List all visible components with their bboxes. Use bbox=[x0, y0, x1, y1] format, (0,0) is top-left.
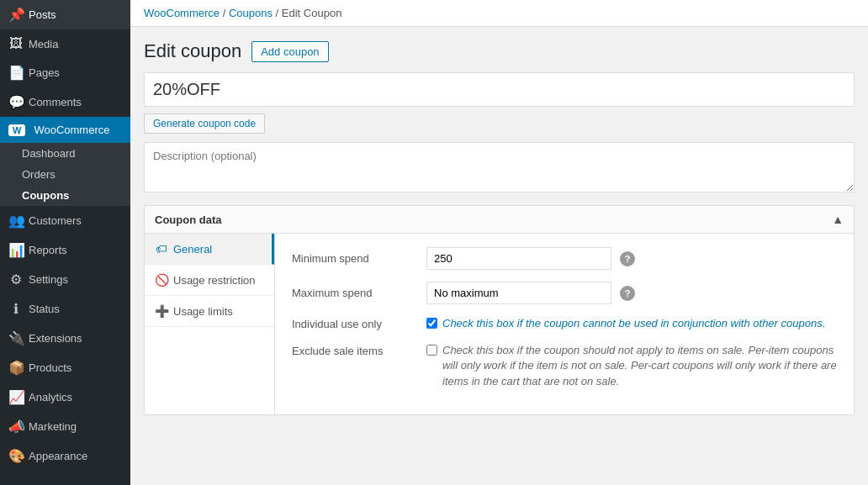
exclude-sale-description: Check this box if the coupon should not … bbox=[442, 343, 837, 389]
maximum-spend-label: Maximum spend bbox=[292, 282, 418, 299]
exclude-sale-row: Exclude sale items Check this box if the… bbox=[292, 343, 837, 389]
media-icon: 🖼 bbox=[8, 36, 24, 51]
panel-title: Coupon data bbox=[155, 214, 221, 226]
sidebar: 📌 Posts 🖼 Media 📄 Pages 💬 Comments W Woo… bbox=[0, 0, 130, 485]
minimum-spend-input-wrapper bbox=[426, 247, 611, 270]
sidebar-item-coupons[interactable]: Coupons bbox=[0, 185, 130, 206]
exclude-sale-checkbox[interactable] bbox=[426, 345, 437, 356]
page-title: Edit coupon bbox=[144, 40, 241, 62]
woo-submenu: Dashboard Orders Coupons bbox=[0, 143, 130, 206]
general-tab-icon: 🏷 bbox=[155, 242, 168, 256]
tab-content-general: Minimum spend ? Maximum spend ? bbox=[275, 234, 854, 414]
breadcrumb-woocommerce[interactable]: WooCommerce bbox=[144, 7, 220, 19]
individual-use-field: Check this box if the coupon cannot be u… bbox=[426, 316, 837, 331]
generate-coupon-code-button[interactable]: Generate coupon code bbox=[144, 113, 265, 134]
sidebar-item-woocommerce[interactable]: W WooCommerce bbox=[0, 117, 130, 143]
sidebar-item-posts[interactable]: 📌 Posts bbox=[0, 0, 130, 29]
exclude-sale-label: Exclude sale items bbox=[292, 343, 418, 357]
panel-toggle-icon[interactable]: ▲ bbox=[832, 213, 844, 226]
page-header: Edit coupon Add coupon bbox=[144, 40, 855, 62]
sidebar-item-appearance[interactable]: 🎨 Appearance bbox=[0, 441, 130, 471]
panel-body: 🏷 General 🚫 Usage restriction ➕ Usage li… bbox=[145, 234, 854, 414]
individual-use-row: Individual use only Check this box if th… bbox=[292, 316, 837, 331]
coupon-data-panel: Coupon data ▲ 🏷 General 🚫 Usage restrict… bbox=[144, 205, 855, 415]
usage-restriction-tab-icon: 🚫 bbox=[155, 273, 168, 287]
sidebar-item-dashboard[interactable]: Dashboard bbox=[0, 143, 130, 164]
individual-use-label: Individual use only bbox=[292, 316, 418, 330]
minimum-spend-input[interactable] bbox=[426, 247, 611, 270]
panel-tabs: 🏷 General 🚫 Usage restriction ➕ Usage li… bbox=[145, 234, 275, 414]
sidebar-item-comments[interactable]: 💬 Comments bbox=[0, 87, 130, 117]
minimum-spend-help-icon[interactable]: ? bbox=[620, 251, 635, 266]
sidebar-item-settings[interactable]: ⚙ Settings bbox=[0, 265, 130, 294]
breadcrumb-coupons[interactable]: Coupons bbox=[229, 7, 273, 19]
posts-icon: 📌 bbox=[8, 7, 24, 23]
tab-usage-limits[interactable]: ➕ Usage limits bbox=[145, 296, 274, 327]
breadcrumb: WooCommerce / Coupons / Edit Coupon bbox=[130, 0, 868, 27]
maximum-spend-help-icon[interactable]: ? bbox=[620, 286, 635, 301]
maximum-spend-input-wrapper bbox=[426, 282, 611, 304]
extensions-icon: 🔌 bbox=[8, 330, 24, 346]
sidebar-item-analytics[interactable]: 📈 Analytics bbox=[0, 382, 130, 412]
individual-use-checkbox[interactable] bbox=[426, 318, 437, 329]
sidebar-item-media[interactable]: 🖼 Media bbox=[0, 29, 130, 58]
appearance-icon: 🎨 bbox=[8, 448, 24, 464]
sidebar-item-pages[interactable]: 📄 Pages bbox=[0, 58, 130, 87]
maximum-spend-input[interactable] bbox=[426, 282, 611, 304]
sidebar-item-reports[interactable]: 📊 Reports bbox=[0, 235, 130, 265]
individual-use-description: Check this box if the coupon cannot be u… bbox=[442, 316, 825, 331]
reports-icon: 📊 bbox=[8, 242, 24, 258]
minimum-spend-label: Minimum spend bbox=[292, 247, 418, 265]
coupon-code-input[interactable] bbox=[144, 72, 855, 107]
description-textarea[interactable] bbox=[144, 142, 855, 192]
tab-usage-restriction[interactable]: 🚫 Usage restriction bbox=[145, 265, 274, 296]
content-area: Edit coupon Add coupon Generate coupon c… bbox=[130, 27, 868, 485]
panel-header: Coupon data ▲ bbox=[145, 206, 854, 234]
breadcrumb-current: Edit Coupon bbox=[282, 7, 342, 19]
settings-icon: ⚙ bbox=[8, 271, 24, 287]
sidebar-item-products[interactable]: 📦 Products bbox=[0, 353, 130, 382]
pages-icon: 📄 bbox=[8, 65, 24, 81]
sidebar-item-customers[interactable]: 👥 Customers bbox=[0, 206, 130, 235]
sidebar-item-status[interactable]: ℹ Status bbox=[0, 294, 130, 324]
sidebar-item-orders[interactable]: Orders bbox=[0, 164, 130, 185]
customers-icon: 👥 bbox=[8, 213, 24, 229]
maximum-spend-row: Maximum spend ? bbox=[292, 282, 837, 304]
woo-badge: W bbox=[8, 124, 25, 136]
tab-general[interactable]: 🏷 General bbox=[145, 234, 274, 265]
add-coupon-button[interactable]: Add coupon bbox=[251, 41, 328, 62]
status-icon: ℹ bbox=[8, 301, 24, 317]
analytics-icon: 📈 bbox=[8, 389, 24, 405]
comments-icon: 💬 bbox=[8, 94, 24, 110]
products-icon: 📦 bbox=[8, 360, 24, 376]
exclude-sale-field: Check this box if the coupon should not … bbox=[426, 343, 837, 389]
sidebar-item-marketing[interactable]: 📣 Marketing bbox=[0, 412, 130, 441]
main-content: WooCommerce / Coupons / Edit Coupon Edit… bbox=[130, 0, 868, 485]
usage-limits-tab-icon: ➕ bbox=[155, 304, 168, 318]
sidebar-item-extensions[interactable]: 🔌 Extensions bbox=[0, 324, 130, 353]
minimum-spend-row: Minimum spend ? bbox=[292, 247, 837, 270]
marketing-icon: 📣 bbox=[8, 419, 24, 435]
